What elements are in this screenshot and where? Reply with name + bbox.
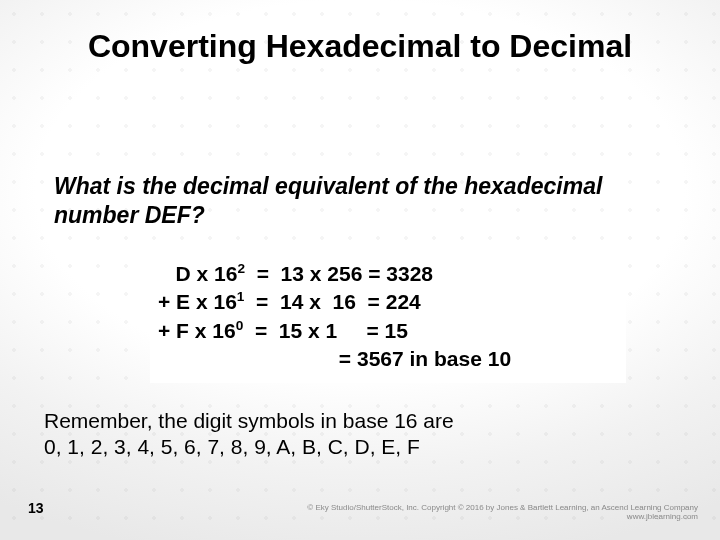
calculation-block: D x 162 = 13 x 256 = 3328 + E x 161 = 14…	[150, 254, 626, 383]
calc-op: x 16	[191, 262, 238, 285]
calc-digit: F	[176, 319, 189, 342]
calc-rhs: = 15 x 1 = 15	[243, 319, 408, 342]
calc-prefix: +	[158, 290, 176, 313]
calc-rhs: = 14 x 16 = 224	[244, 290, 420, 313]
slide-title: Converting Hexadecimal to Decimal	[0, 28, 720, 65]
footer-credit-line: www.jblearning.com	[627, 512, 698, 521]
calc-row: + E x 161 = 14 x 16 = 224	[158, 288, 618, 316]
note-line: Remember, the digit symbols in base 16 a…	[44, 409, 454, 432]
question-text: What is the decimal equivalent of the he…	[54, 172, 660, 230]
calc-row: D x 162 = 13 x 256 = 3328	[158, 260, 618, 288]
calc-row: + F x 160 = 15 x 1 = 15	[158, 317, 618, 345]
note-line: 0, 1, 2, 3, 4, 5, 6, 7, 8, 9, A, B, C, D…	[44, 435, 420, 458]
calc-rhs: = 13 x 256 = 3328	[245, 262, 433, 285]
calc-prefix	[158, 262, 176, 285]
note-text: Remember, the digit symbols in base 16 a…	[44, 408, 660, 461]
calc-op: x 16	[189, 319, 236, 342]
calc-op: x 16	[190, 290, 237, 313]
calc-result: = 3567 in base 10	[158, 345, 618, 373]
slide: Converting Hexadecimal to Decimal What i…	[0, 0, 720, 540]
footer-credit-line: © Eky Studio/ShutterStock, Inc. Copyrigh…	[307, 503, 698, 512]
calc-digit: E	[176, 290, 190, 313]
page-number: 13	[28, 500, 44, 516]
calc-exp: 2	[237, 261, 245, 276]
footer-credit: © Eky Studio/ShutterStock, Inc. Copyrigh…	[307, 503, 698, 522]
calc-prefix: +	[158, 319, 176, 342]
calc-digit: D	[176, 262, 191, 285]
